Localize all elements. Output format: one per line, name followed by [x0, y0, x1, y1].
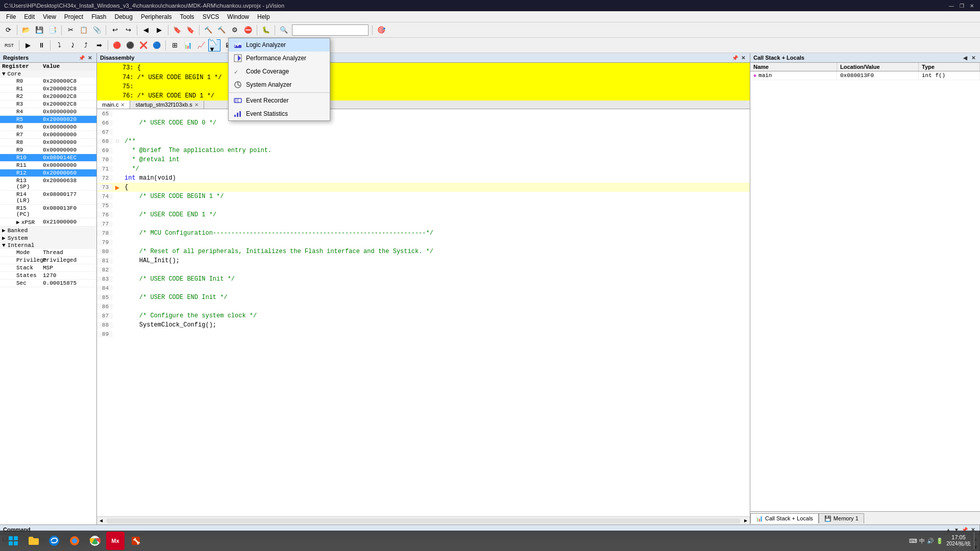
callstack-arrow-left[interactable]: ◀ [962, 54, 969, 61]
tb-paste[interactable]: 📎 [91, 24, 103, 36]
tb2-windows[interactable]: ⊞ [168, 39, 181, 52]
reg-r8[interactable]: R8 0x00000000 [0, 139, 96, 146]
dropdown-logic-analyzer[interactable]: Logic Analyzer [229, 38, 330, 52]
tab-main-c-close[interactable]: ✕ [120, 102, 125, 108]
reg-r15[interactable]: R15 (PC) 0x080013F0 [0, 205, 96, 218]
reg-r9[interactable]: R9 0x00000000 [0, 146, 96, 154]
menu-project[interactable]: Project [60, 12, 87, 21]
show-desktop[interactable] [974, 533, 976, 549]
tb-translate[interactable]: ⚙ [229, 24, 241, 36]
menu-debug[interactable]: Debug [111, 12, 137, 21]
h-scroll-right[interactable]: ▶ [742, 517, 750, 525]
menu-flash[interactable]: Flash [87, 12, 110, 21]
disassembly-close[interactable]: ✕ [740, 54, 747, 61]
tb2-step-out[interactable]: ⤴ [80, 39, 92, 52]
tb-redo[interactable]: ↪ [122, 24, 134, 36]
code-area[interactable]: 65 66 /* USER CODE END 0 */ 67 68 □ /** [97, 109, 750, 516]
h-scroll[interactable]: ◀ ▶ [97, 516, 750, 524]
dropdown-code-coverage[interactable]: ✓ Code Coverage [229, 65, 330, 78]
tb2-run[interactable]: ▶ [22, 39, 34, 52]
tb-bookmark[interactable]: 🔖 [171, 24, 183, 36]
tb-nav-back[interactable]: ◀ [140, 24, 152, 36]
reg-r2[interactable]: R2 0x200002C8 [0, 93, 96, 101]
menu-svcs[interactable]: SVCS [199, 12, 224, 21]
reg-r7[interactable]: R7 0x00000000 [0, 131, 96, 139]
tab-callstack[interactable]: 📊 Call Stack + Locals [750, 513, 819, 523]
reg-xpsr[interactable]: ▶xPSR 0x21000000 [0, 218, 96, 227]
tb2-stop[interactable]: ⏸ [35, 39, 47, 52]
tb-undo[interactable]: ↩ [109, 24, 121, 36]
tb-debug[interactable]: 🐛 [260, 24, 272, 36]
menu-help[interactable]: Help [253, 12, 274, 21]
reg-r13[interactable]: R13 (SP) 0x20000638 [0, 177, 96, 191]
tb2-step-over[interactable]: ⤸ [66, 39, 79, 52]
tb-save[interactable]: 💾 [33, 24, 45, 36]
tb-save-all[interactable]: 📑 [46, 24, 59, 36]
h-scroll-left[interactable]: ◀ [97, 517, 105, 525]
system-group[interactable]: ▶ System [0, 234, 96, 242]
maximize-button[interactable]: ❐ [958, 2, 966, 10]
tb2-bp-kill[interactable]: ❌ [137, 39, 150, 52]
reg-r5[interactable]: R5 0x20000020 [0, 116, 96, 123]
core-group[interactable]: ▼ Core [0, 70, 96, 78]
tb2-analyzer[interactable]: 📉▼ [208, 39, 220, 52]
reg-r10[interactable]: R10 0x080014EC [0, 154, 96, 162]
tab-startup[interactable]: startup_stm32f103xb.s ✕ [130, 101, 204, 109]
reg-r6[interactable]: R6 0x00000000 [0, 123, 96, 131]
close-button[interactable]: ✕ [968, 2, 976, 10]
tab-memory1[interactable]: 💾 Memory 1 [819, 513, 864, 523]
tb-build-all[interactable]: 🔨 [215, 24, 228, 36]
reg-r3[interactable]: R3 0x200002C8 [0, 101, 96, 108]
menu-view[interactable]: View [39, 12, 60, 21]
taskbar-start[interactable] [4, 532, 22, 550]
tb2-step-into[interactable]: ⤵ [53, 39, 65, 52]
taskbar-firefox[interactable] [65, 532, 84, 550]
tb-nav-fwd[interactable]: ▶ [153, 24, 165, 36]
dropdown-performance[interactable]: Performance Analyzer [229, 52, 330, 65]
taskbar-folder[interactable] [24, 532, 43, 550]
disassembly-pin[interactable]: 📌 [731, 54, 739, 61]
reg-r0[interactable]: R0 0x200000C8 [0, 78, 96, 85]
tb-reset[interactable]: ⟳ [2, 24, 14, 36]
minimize-button[interactable]: — [947, 2, 955, 10]
tb2-bp-disable[interactable]: ⚫ [124, 39, 136, 52]
dropdown-event-recorder[interactable]: Event Recorder [229, 94, 330, 107]
h-scroll-track[interactable] [106, 518, 741, 523]
reg-r11[interactable]: R11 0x00000000 [0, 162, 96, 169]
tb2-view1[interactable]: 📊 [182, 39, 194, 52]
tb2-bp[interactable]: 🔴 [111, 39, 123, 52]
dropdown-system-analyzer[interactable]: System Analyzer [229, 78, 330, 91]
tb2-rst[interactable]: RST [2, 39, 16, 52]
reg-r14[interactable]: R14 (LR) 0x08000177 [0, 191, 96, 205]
reg-r12[interactable]: R12 0x20000060 [0, 169, 96, 177]
tb-cut[interactable]: ✂ [64, 24, 77, 36]
taskbar-app6[interactable]: 🦴 [127, 532, 145, 550]
tab-main-c[interactable]: main.c ✕ [97, 101, 130, 109]
taskbar-edge[interactable] [45, 532, 63, 550]
registers-close[interactable]: ✕ [86, 54, 93, 61]
cs-row-main[interactable]: ◆ main 0x080013F0 int f() [750, 71, 980, 80]
callstack-close[interactable]: ✕ [970, 54, 977, 61]
menu-window[interactable]: Window [223, 12, 253, 21]
registers-pin[interactable]: 📌 [78, 54, 85, 61]
menu-file[interactable]: File [2, 12, 20, 21]
tb-copy[interactable]: 📋 [78, 24, 90, 36]
tb-open[interactable]: 📂 [20, 24, 32, 36]
tb2-run-to[interactable]: ➡ [93, 39, 105, 52]
internal-group[interactable]: ▼ Internal [0, 242, 96, 249]
reg-r4[interactable]: R4 0x00000000 [0, 108, 96, 116]
taskbar-chrome[interactable] [86, 532, 104, 550]
tb-bookmark2[interactable]: 🔖 [184, 24, 197, 36]
dropdown-event-statistics[interactable]: Event Statistics [229, 107, 330, 120]
tb-target[interactable]: 🎯 [375, 24, 387, 36]
menu-peripherals[interactable]: Peripherals [137, 12, 176, 21]
tb-stop[interactable]: ⛔ [242, 24, 254, 36]
tb-build[interactable]: 🔨 [202, 24, 214, 36]
tb2-view2[interactable]: 📈 [195, 39, 207, 52]
tab-startup-close[interactable]: ✕ [194, 102, 199, 108]
tb-search[interactable]: 🔍 [278, 24, 290, 36]
tb2-bp-access[interactable]: 🔵 [151, 39, 163, 52]
reg-r1[interactable]: R1 0x200002C8 [0, 85, 96, 93]
banked-group[interactable]: ▶ Banked [0, 227, 96, 234]
search-box[interactable] [292, 24, 369, 36]
